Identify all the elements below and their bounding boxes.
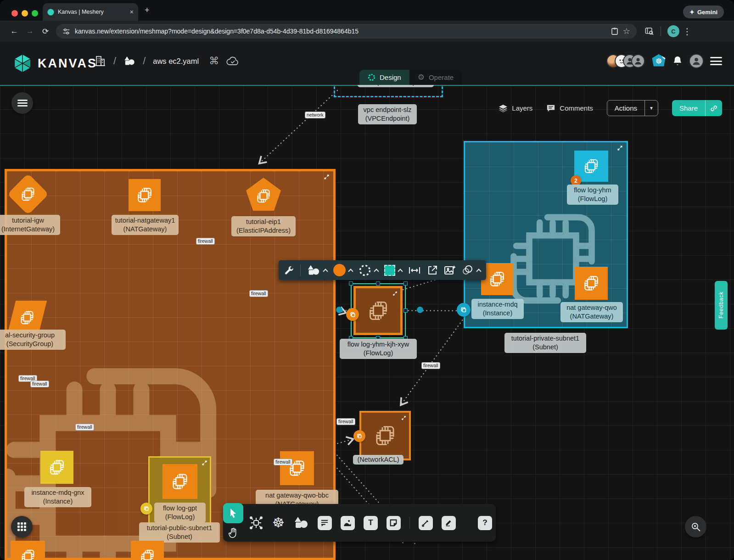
window-minimize-button[interactable] bbox=[22, 10, 28, 17]
apps-grid-button[interactable] bbox=[11, 516, 33, 538]
organization-icon[interactable] bbox=[94, 55, 106, 67]
save-bookmark-icon[interactable] bbox=[611, 27, 618, 35]
node-nat-gateway-qwo[interactable] bbox=[575, 267, 608, 300]
canvas-menu-button[interactable] bbox=[11, 92, 33, 114]
resize-handle[interactable] bbox=[349, 281, 353, 286]
add-image-icon[interactable] bbox=[444, 265, 456, 276]
share-button[interactable]: Share bbox=[672, 100, 722, 116]
image-tool[interactable] bbox=[341, 516, 355, 530]
actions-caret-icon[interactable]: ▼ bbox=[644, 101, 658, 116]
gemini-button[interactable]: ✦ Gemini bbox=[683, 6, 724, 18]
feedback-tab[interactable]: Feedback bbox=[715, 281, 728, 330]
zoom-button[interactable] bbox=[685, 516, 706, 538]
new-tab-button[interactable]: + bbox=[145, 6, 150, 15]
node-label[interactable]: nat gateway-qwo(NATGateway) bbox=[560, 302, 623, 322]
designs-icon[interactable] bbox=[123, 56, 135, 67]
connection-badge[interactable] bbox=[346, 308, 359, 321]
resize-width-icon[interactable] bbox=[408, 265, 421, 275]
shapes-tool[interactable] bbox=[293, 516, 309, 530]
node-label[interactable]: flow log-yhm-kjh-xyw(FlowLog) bbox=[340, 339, 417, 359]
site-settings-icon[interactable] bbox=[62, 28, 70, 35]
shapes-tool[interactable] bbox=[307, 264, 327, 276]
subnet-private-container[interactable]: 2 flow log-yhm(FlowLog) instance-mdq(Ins… bbox=[464, 141, 628, 328]
tab-design[interactable]: Design bbox=[359, 70, 409, 85]
collapse-icon[interactable] bbox=[324, 174, 330, 180]
chevron-up-icon[interactable] bbox=[374, 269, 379, 274]
connection-badge[interactable] bbox=[457, 303, 471, 317]
subnet-label[interactable]: tutorial-private-subnet1(Subnet) bbox=[504, 333, 586, 353]
browser-menu-icon[interactable]: ⋮ bbox=[679, 26, 695, 37]
layers-button[interactable]: Layers bbox=[499, 104, 532, 112]
node-flowlog-gpt[interactable] bbox=[162, 464, 197, 499]
window-zoom-button[interactable] bbox=[32, 10, 38, 17]
node-label[interactable]: tutorial-natgateway1(NATGateway) bbox=[112, 215, 179, 235]
fill-color-tool[interactable] bbox=[333, 264, 353, 276]
tab-operate[interactable]: ⚙ Operate bbox=[409, 70, 462, 85]
mesh-sync-icon[interactable]: ⌘ bbox=[209, 55, 219, 67]
actions-button[interactable]: Actions ▼ bbox=[607, 100, 658, 116]
note-tool[interactable] bbox=[387, 516, 401, 530]
components-tool[interactable] bbox=[249, 515, 263, 530]
selected-node-flowlog[interactable] bbox=[351, 283, 406, 338]
chevron-up-icon[interactable] bbox=[476, 269, 481, 274]
configure-wrench-icon[interactable] bbox=[284, 265, 294, 275]
open-in-new-icon[interactable] bbox=[427, 265, 438, 276]
node-nat-gateway-1[interactable] bbox=[129, 179, 161, 211]
node-label[interactable]: (RouteTable) bbox=[358, 85, 434, 87]
connection-badge[interactable] bbox=[353, 430, 365, 442]
freehand-tool[interactable] bbox=[442, 516, 456, 530]
border-style-tool[interactable] bbox=[359, 264, 378, 277]
comments-button[interactable]: Comments bbox=[546, 104, 593, 112]
pan-tool[interactable] bbox=[223, 523, 243, 543]
help-tool[interactable]: ? bbox=[478, 516, 492, 530]
forward-icon[interactable]: → bbox=[22, 27, 38, 36]
subnet-label[interactable]: tutorial-public-subnet1(Subnet) bbox=[139, 522, 220, 543]
browser-profile-avatar[interactable]: C bbox=[667, 25, 679, 37]
chevron-up-icon[interactable] bbox=[398, 269, 403, 274]
group-flowlog-gpt[interactable]: flow log-gpt(FlowLog) bbox=[148, 456, 211, 529]
header-menu-icon[interactable] bbox=[710, 57, 722, 65]
node-network-acl[interactable] bbox=[359, 411, 411, 460]
url-bar-input[interactable]: kanvas.new/extension/meshmap?mode=design… bbox=[56, 24, 637, 39]
cloud-save-icon[interactable] bbox=[226, 56, 239, 66]
node-label[interactable]: tutorial-eip1(ElasticIPAddress) bbox=[231, 216, 296, 236]
line-tool[interactable] bbox=[419, 516, 433, 530]
resize-handle[interactable] bbox=[403, 308, 408, 313]
edge-endpoint-dot[interactable] bbox=[336, 307, 342, 313]
text-tool[interactable]: T bbox=[364, 516, 378, 530]
lasso-tool[interactable] bbox=[462, 265, 481, 276]
node-label[interactable]: vpc endpoint-slz(VPCEndpoint) bbox=[358, 104, 417, 124]
collapse-icon[interactable] bbox=[392, 291, 398, 296]
window-close-button[interactable] bbox=[11, 10, 18, 17]
fill-color-swatch[interactable] bbox=[333, 264, 346, 276]
kanvas-logo[interactable]: KANVAS bbox=[13, 54, 97, 73]
node-instance-gnx[interactable] bbox=[40, 451, 73, 484]
comment-tool[interactable] bbox=[318, 516, 332, 530]
collapse-icon[interactable] bbox=[202, 460, 207, 466]
select-tool[interactable] bbox=[223, 503, 243, 523]
node-flowlog-selected[interactable] bbox=[353, 286, 403, 335]
node-label[interactable]: instance-mdq(Instance) bbox=[471, 299, 524, 319]
browser-tab[interactable]: Kanvas | Meshery × bbox=[43, 3, 138, 21]
tab-close-icon[interactable]: × bbox=[130, 8, 134, 16]
node-label[interactable]: instance-mdq-gnx(Instance) bbox=[24, 487, 91, 507]
collapse-icon[interactable] bbox=[617, 145, 623, 151]
back-icon[interactable]: ← bbox=[6, 27, 22, 36]
node-partial[interactable] bbox=[131, 541, 164, 560]
k8s-context-badge[interactable]: ☸ 0 bbox=[651, 54, 666, 68]
tab-search-icon[interactable] bbox=[645, 27, 654, 35]
selection-style-tool[interactable] bbox=[384, 265, 402, 276]
bookmark-star-icon[interactable]: ☆ bbox=[623, 26, 630, 36]
design-canvas[interactable]: tutorial-igw(InternetGateway) tutorial-n… bbox=[0, 85, 734, 560]
collaborator-avatar[interactable] bbox=[631, 54, 645, 68]
user-avatar[interactable] bbox=[689, 54, 704, 68]
node-label[interactable]: al-security-group(SecurityGroup) bbox=[0, 330, 66, 350]
resize-handle[interactable] bbox=[376, 281, 380, 286]
subnet-public-container[interactable]: tutorial-igw(InternetGateway) tutorial-n… bbox=[5, 169, 336, 560]
resize-handle[interactable] bbox=[403, 281, 408, 286]
share-link-icon[interactable] bbox=[705, 100, 722, 116]
notifications-bell-icon[interactable] bbox=[672, 56, 683, 67]
edge-endpoint-dot[interactable] bbox=[417, 307, 423, 313]
node-nat-gateway-bbc[interactable] bbox=[280, 451, 314, 485]
node-partial[interactable] bbox=[11, 541, 45, 560]
